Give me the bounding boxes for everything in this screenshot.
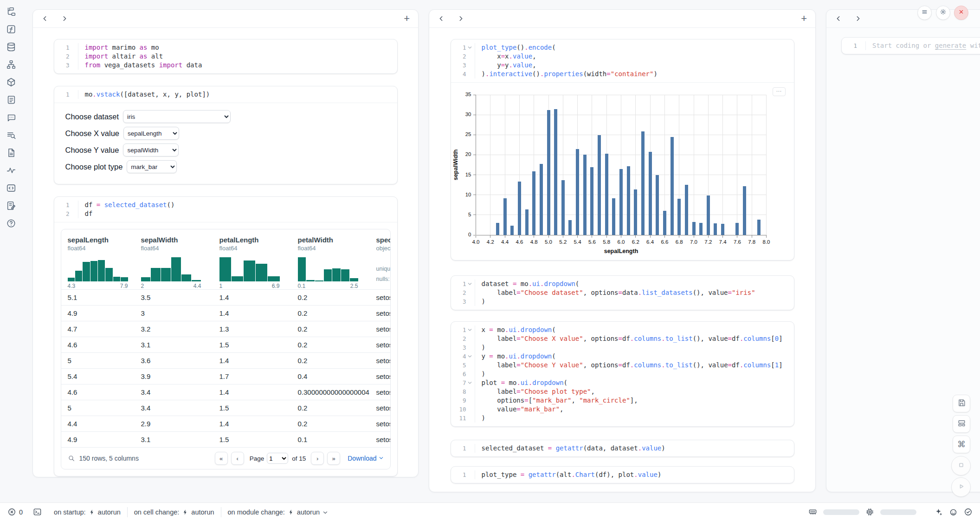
variables-icon[interactable]	[6, 24, 16, 34]
column-next-button[interactable]	[854, 15, 862, 22]
error-counter[interactable]: 0	[7, 508, 23, 516]
menu-button[interactable]	[917, 6, 932, 20]
copilot-icon[interactable]	[949, 508, 958, 516]
cell-dataframe[interactable]: 1df = selected_dataset()2df sepalLengthf…	[54, 196, 398, 476]
terminal-icon[interactable]	[33, 508, 42, 516]
shutdown-button[interactable]	[954, 6, 968, 20]
chart-code[interactable]: 1plot_type().encode(2 x=x.value,3 y=y.va…	[451, 39, 794, 82]
line-number: 2	[463, 52, 466, 61]
table-row[interactable]: 53.61.40.2setos	[61, 352, 390, 368]
dependency-graph-icon[interactable]	[6, 59, 16, 70]
sparkle-ai-icon[interactable]	[934, 508, 943, 516]
packages-icon[interactable]	[6, 77, 16, 87]
save-button[interactable]	[953, 395, 970, 412]
left-column-header: +	[33, 10, 418, 28]
stop-button[interactable]	[951, 456, 971, 475]
fold-chevron-icon[interactable]	[467, 45, 472, 50]
scratchpad-icon[interactable]	[6, 201, 16, 211]
tracebacks-icon[interactable]	[6, 165, 16, 176]
logs-icon[interactable]	[6, 95, 16, 105]
table-row[interactable]: 5.13.51.40.2setos	[61, 289, 390, 305]
page-select[interactable]: 1	[267, 453, 288, 464]
cell-selected-dataset[interactable]: 1selected_dataset = getattr(data, datase…	[451, 440, 794, 457]
cell-imports[interactable]: 1import marimo as mo2import altair as al…	[54, 39, 398, 74]
code-placeholder[interactable]: Start coding or generate with	[866, 41, 980, 50]
code-line: 5 label="Choose Y value", options=df.col…	[451, 361, 794, 370]
connection-check-icon[interactable]	[964, 508, 973, 516]
altair-chart[interactable]: 4.04.24.44.64.85.05.25.45.65.86.06.26.46…	[476, 95, 767, 235]
empty-cell-code[interactable]: 1 Start coding or generate with	[842, 38, 980, 54]
choose-dataset-select[interactable]: iris	[123, 110, 231, 123]
add-cell-button[interactable]: +	[404, 14, 410, 23]
settings-button[interactable]	[936, 6, 950, 20]
add-cell-button[interactable]: +	[801, 14, 807, 23]
table-column-header[interactable]: petalLengthfloat6416.9	[213, 236, 291, 289]
first-page-button[interactable]: «	[215, 452, 228, 465]
choose-x-value-select[interactable]: sepalLength	[123, 127, 179, 140]
column-prev-button[interactable]	[41, 15, 49, 22]
table-row[interactable]: 4.931.40.2setos	[61, 305, 390, 321]
generate-link[interactable]: generate	[935, 42, 966, 49]
data-sources-icon[interactable]	[6, 42, 16, 52]
plot-type-code[interactable]: 1plot_type = getattr(alt.Chart(df), plot…	[451, 467, 794, 483]
table-row[interactable]: 4.93.11.50.1setos	[61, 431, 390, 447]
next-page-button[interactable]: ›	[311, 452, 324, 465]
table-column-header[interactable]: speciobjecuniqunulls:	[370, 236, 390, 289]
code-line: 1mo.vstack([dataset, x, y, plot])	[54, 90, 397, 99]
ai-chat-icon[interactable]	[6, 112, 16, 123]
search-logs-icon[interactable]	[6, 130, 16, 140]
choose-plot-type-select[interactable]: mark_bar	[127, 160, 177, 173]
run-button[interactable]	[951, 477, 971, 497]
dataset-dropdown-code[interactable]: 1dataset = mo.ui.dropdown(2 label="Choos…	[451, 276, 794, 310]
table-header-row: sepalLengthfloat644.37.9sepalWidthfloat6…	[61, 229, 390, 289]
column-next-button[interactable]	[457, 15, 464, 22]
layout-button[interactable]	[953, 415, 970, 433]
vstack-code[interactable]: 1mo.vstack([dataset, x, y, plot])	[54, 86, 397, 103]
table-column-header[interactable]: petalWidthfloat640.12.5	[291, 236, 370, 289]
cell-controls[interactable]: 1x = mo.ui.dropdown(2 label="Choose X va…	[451, 321, 794, 427]
chart-bar	[707, 195, 710, 235]
runtime-config-item[interactable]: on module change:autorun	[228, 508, 329, 516]
fold-chevron-icon[interactable]	[467, 281, 472, 287]
cpu-usage-meter	[880, 509, 916, 515]
help-icon[interactable]	[6, 218, 16, 228]
selected-dataset-code[interactable]: 1selected_dataset = getattr(data, datase…	[451, 440, 794, 456]
runtime-config-item[interactable]: on startup:autorun	[54, 508, 121, 516]
shortcuts-button[interactable]: ⌘	[953, 436, 970, 453]
column-prev-button[interactable]	[835, 15, 842, 22]
search-icon[interactable]	[68, 455, 75, 462]
snippets-icon[interactable]	[6, 183, 16, 193]
table-column-header[interactable]: sepalWidthfloat6424.4	[135, 236, 213, 289]
table-row[interactable]: 5.43.91.70.4setos	[61, 368, 390, 384]
table-row[interactable]: 4.63.41.40.30000000000000004setos	[61, 384, 390, 400]
download-button[interactable]: Download	[348, 455, 383, 462]
file-explorer-icon[interactable]	[6, 7, 16, 17]
documentation-icon[interactable]	[6, 148, 16, 158]
cell-dataset-dropdown[interactable]: 1dataset = mo.ui.dropdown(2 label="Choos…	[451, 275, 794, 310]
last-page-button[interactable]: »	[327, 452, 340, 465]
table-row[interactable]: 4.73.21.30.2setos	[61, 321, 390, 337]
cell-vstack[interactable]: 1mo.vstack([dataset, x, y, plot]) Choose…	[54, 86, 398, 184]
fold-chevron-icon[interactable]	[467, 354, 472, 359]
imports-code[interactable]: 1import marimo as mo2import altair as al…	[54, 39, 397, 73]
column-prev-button[interactable]	[438, 15, 445, 22]
code-line: 6)	[451, 370, 794, 378]
table-row[interactable]: 4.63.11.50.2setos	[61, 337, 390, 352]
cell-plot-type[interactable]: 1plot_type = getattr(alt.Chart(df), plot…	[451, 466, 794, 483]
dataframe-code[interactable]: 1df = selected_dataset()2df	[54, 197, 397, 222]
cell-chart[interactable]: 1plot_type().encode(2 x=x.value,3 y=y.va…	[451, 39, 794, 260]
cell-empty[interactable]: 1 Start coding or generate with	[841, 37, 980, 54]
prev-page-button[interactable]: ‹	[231, 452, 244, 465]
fold-chevron-icon[interactable]	[467, 327, 472, 332]
table-row[interactable]: 4.42.91.40.2setos	[61, 416, 390, 431]
table-row[interactable]: 53.41.50.2setos	[61, 400, 390, 416]
column-histogram	[219, 257, 280, 281]
choose-y-value-select[interactable]: sepalWidth	[123, 143, 179, 156]
runtime-config-item[interactable]: on cell change:autorun	[134, 508, 214, 516]
chart-actions-button[interactable]: ···	[773, 87, 786, 96]
table-column-header[interactable]: sepalLengthfloat644.37.9	[61, 236, 135, 289]
fold-chevron-icon[interactable]	[467, 380, 472, 385]
chart-bar	[627, 166, 630, 235]
controls-code[interactable]: 1x = mo.ui.dropdown(2 label="Choose X va…	[451, 322, 794, 426]
column-next-button[interactable]	[61, 15, 68, 22]
